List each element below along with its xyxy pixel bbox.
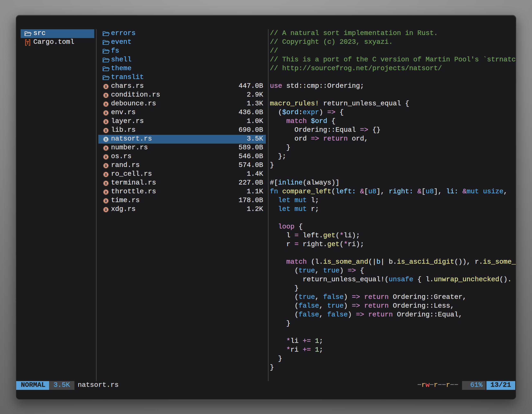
svg-text:R: R [105,129,108,133]
svg-text:R: R [105,164,108,168]
svg-text:R: R [105,208,108,212]
svg-text:R: R [105,182,108,185]
svg-text:R: R [105,155,108,159]
svg-text:R: R [105,120,108,124]
svg-text:R: R [105,137,108,142]
svg-text:R: R [105,146,108,150]
svg-text:R: R [105,173,108,177]
svg-text:R: R [105,111,108,115]
svg-text:R: R [105,102,108,106]
svg-text:R: R [105,190,108,194]
svg-text:R: R [105,199,108,203]
svg-text:R: R [105,85,108,89]
svg-text:R: R [105,94,108,97]
